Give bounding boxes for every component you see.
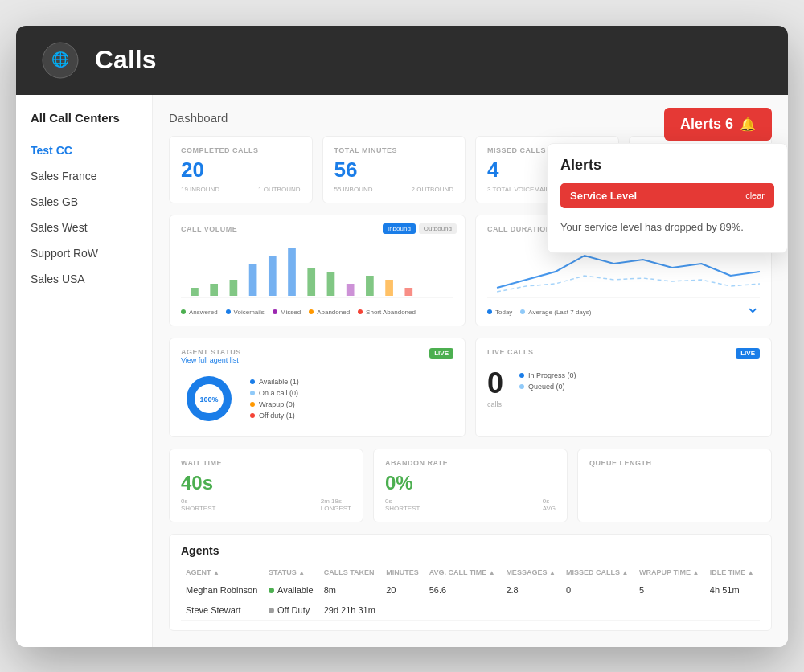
agent-wrapup-time-2 — [634, 600, 705, 620]
agent-status-label: AGENT STATUS — [181, 348, 241, 356]
col-agent[interactable]: AGENT ▲ — [181, 565, 264, 580]
call-volume-legend: Answered Voicemails Missed Abandone — [181, 309, 453, 316]
col-idle-time: IDLE TIME ▲ — [705, 565, 760, 580]
wait-time-longest-val: 2m 18s — [321, 498, 351, 505]
agents-section: Agents AGENT ▲ STATUS ▲ CALLS TAKEN MINU… — [169, 534, 772, 631]
abandon-rate-card: ABANDON RATE 0% 0s SHORTEST 0s AVG — [373, 449, 568, 522]
alert-service-level-label: Service Level — [570, 190, 637, 202]
call-volume-outbound-btn[interactable]: Outbound — [419, 223, 457, 234]
metrics-row: WAIT TIME 40s 0s SHORTEST 2m 18s LONGEST — [169, 449, 772, 522]
sidebar-item-sales-france[interactable]: Sales France — [16, 163, 152, 189]
live-calls-card: LIVE CALLS LIVE 0 calls In Progress (0) — [475, 338, 772, 437]
alert-service-level-message: Your service level has dropped by 89%. — [560, 215, 774, 240]
live-calls-label: LIVE CALLS — [487, 348, 534, 359]
alert-item-service-level: Service Level clear — [560, 183, 774, 208]
sidebar-item-sales-usa[interactable]: Sales USA — [16, 266, 152, 292]
legend-answered: Answered — [181, 309, 218, 316]
agent-legend-offduty: Off duty (1) — [250, 412, 299, 420]
queue-length-card: QUEUE LENGTH — [577, 449, 772, 522]
live-calls-badge: LIVE — [736, 348, 760, 359]
wait-time-value: 40s — [181, 472, 351, 494]
status-dot-available — [269, 588, 274, 593]
agent-status-card: AGENT STATUS View full agent list LIVE 1… — [169, 338, 466, 437]
agent-legend-available: Available (1) — [250, 378, 299, 386]
alerts-panel: Alerts Service Level clear Your service … — [547, 143, 788, 253]
alerts-button[interactable]: Alerts 6 🔔 — [664, 108, 772, 141]
col-calls-taken: CALLS TAKEN — [319, 565, 382, 580]
agent-messages-1: 2.8 — [501, 580, 561, 600]
live-calls-in-progress: In Progress (0) — [519, 371, 576, 379]
middle-row: AGENT STATUS View full agent list LIVE 1… — [169, 338, 772, 437]
svg-rect-5 — [249, 264, 257, 296]
agent-live-badge: LIVE — [429, 348, 453, 359]
bell-icon: 🔔 — [740, 117, 756, 132]
agents-section-title: Agents — [181, 544, 760, 557]
live-calls-queued: Queued (0) — [519, 383, 576, 391]
stat-total-minutes-value: 56 — [334, 158, 454, 182]
svg-text:🌐: 🌐 — [51, 51, 70, 68]
agent-status-1: Available — [264, 580, 319, 600]
stat-missed-calls-voicemails: 3 TOTAL VOICEMAILS — [487, 186, 553, 193]
col-missed-calls: MISSED CALLS ▲ — [561, 565, 634, 580]
wait-time-shortest-val: 0s — [181, 498, 215, 505]
svg-text:100%: 100% — [199, 395, 218, 404]
legend-voicemails: Voicemails — [226, 309, 265, 316]
agent-name-1: Meghan Robinson — [181, 580, 264, 600]
agent-legend: Available (1) On a call (0) Wrapup (0) — [250, 378, 299, 420]
svg-rect-7 — [288, 248, 296, 296]
wait-time-card: WAIT TIME 40s 0s SHORTEST 2m 18s LONGEST — [169, 449, 363, 522]
sidebar-item-sales-gb[interactable]: Sales GB — [16, 189, 152, 215]
agent-minutes-1: 20 — [381, 580, 424, 600]
agents-table: AGENT ▲ STATUS ▲ CALLS TAKEN MINUTES AVG… — [181, 565, 760, 621]
call-duration-legend: Today Average (Last 7 days) — [487, 309, 760, 316]
alerts-panel-title: Alerts — [560, 157, 774, 174]
abandon-avg-val: 0s — [543, 498, 556, 505]
svg-rect-2 — [191, 288, 199, 296]
agent-idle-time-2 — [705, 600, 760, 620]
svg-rect-9 — [327, 272, 335, 296]
live-calls-legend: In Progress (0) Queued (0) — [519, 371, 576, 391]
agent-status-2: Off Duty — [264, 600, 319, 620]
sidebar-item-sales-west[interactable]: Sales West — [16, 215, 152, 240]
alerts-label: Alerts 6 — [680, 116, 733, 133]
agent-donut-chart: 100% — [181, 371, 237, 427]
agent-calls-taken-1: 8m — [319, 580, 382, 600]
legend-missed: Missed — [273, 309, 301, 316]
sidebar-item-test-cc[interactable]: Test CC — [16, 137, 152, 163]
page-title: Calls — [95, 45, 156, 75]
svg-rect-3 — [210, 284, 218, 296]
status-dot-offduty — [269, 608, 274, 613]
stat-completed-calls-value: 20 — [181, 158, 301, 182]
abandon-avg-label: AVG — [543, 505, 556, 512]
abandon-shortest-val: 0s — [385, 498, 420, 505]
svg-rect-12 — [385, 280, 393, 296]
alert-clear-button[interactable]: clear — [745, 191, 765, 200]
svg-rect-11 — [366, 276, 374, 296]
agent-idle-time-1: 4h 51m — [705, 580, 760, 600]
sidebar-item-support-row[interactable]: Support RoW — [16, 240, 152, 266]
legend-short-abandoned: Short Abandoned — [358, 309, 416, 316]
live-calls-sub: calls — [487, 400, 503, 408]
sidebar-heading: All Call Centers — [16, 111, 152, 137]
col-status[interactable]: STATUS ▲ — [264, 565, 319, 580]
svg-rect-8 — [307, 268, 315, 296]
svg-rect-4 — [230, 280, 238, 296]
live-calls-count: 0 — [487, 367, 503, 400]
view-full-agent-list-link[interactable]: View full agent list — [181, 356, 241, 364]
agent-legend-on-call: On a call (0) — [250, 389, 299, 397]
queue-length-label: QUEUE LENGTH — [589, 459, 760, 467]
svg-rect-6 — [269, 256, 277, 296]
call-volume-inbound-btn[interactable]: Inbound — [383, 223, 416, 234]
stat-total-minutes-label: TOTAL MINUTES — [334, 146, 454, 154]
stat-total-minutes-outbound: 2 OUTBOUND — [412, 186, 453, 193]
stat-completed-calls-outbound: 1 OUTBOUND — [258, 186, 300, 193]
svg-rect-10 — [347, 284, 355, 296]
chevron-down-icon[interactable]: ⌄ — [745, 297, 760, 318]
call-volume-chart-area — [181, 240, 453, 304]
agent-avg-call-time-2 — [425, 600, 502, 620]
stat-completed-calls-inbound: 19 INBOUND — [181, 186, 219, 193]
legend-today: Today — [487, 309, 512, 316]
agent-wrapup-time-1: 5 — [634, 580, 705, 600]
abandon-shortest-label: SHORTEST — [385, 505, 420, 512]
wait-time-longest-label: LONGEST — [321, 505, 351, 512]
